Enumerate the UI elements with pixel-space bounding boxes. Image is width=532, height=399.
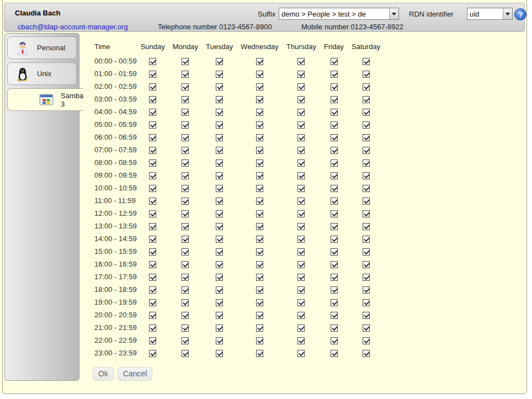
horizontal-scrollbar[interactable] [0,394,532,399]
logon-hour-checkbox[interactable] [363,274,370,281]
logon-hour-checkbox[interactable] [363,185,370,192]
logon-hour-checkbox[interactable] [363,58,370,65]
logon-hour-checkbox[interactable] [182,248,189,256]
logon-hour-checkbox[interactable] [256,159,263,167]
logon-hour-checkbox[interactable] [363,96,370,103]
logon-hour-checkbox[interactable] [216,210,223,217]
logon-hour-checkbox[interactable] [331,299,338,306]
logon-hour-checkbox[interactable] [182,223,189,230]
logon-hour-checkbox[interactable] [256,185,263,192]
logon-hour-checkbox[interactable] [216,299,223,306]
logon-hour-checkbox[interactable] [182,147,189,154]
logon-hour-checkbox[interactable] [297,147,305,154]
logon-hour-checkbox[interactable] [149,248,156,256]
logon-hour-checkbox[interactable] [149,147,156,154]
logon-hour-checkbox[interactable] [182,236,189,243]
logon-hour-checkbox[interactable] [297,337,305,344]
logon-hour-checkbox[interactable] [331,172,338,179]
logon-hour-checkbox[interactable] [216,58,223,65]
logon-hour-checkbox[interactable] [149,58,156,65]
logon-hour-checkbox[interactable] [149,274,156,281]
logon-hour-checkbox[interactable] [256,337,263,344]
logon-hour-checkbox[interactable] [216,159,223,167]
logon-hour-checkbox[interactable] [182,324,189,332]
logon-hour-checkbox[interactable] [363,109,370,116]
logon-hour-checkbox[interactable] [297,159,305,167]
logon-hour-checkbox[interactable] [256,58,263,65]
tab-samba3[interactable]: Samba 3 [7,88,83,111]
logon-hour-checkbox[interactable] [256,83,263,91]
logon-hour-checkbox[interactable] [256,172,263,179]
logon-hour-checkbox[interactable] [363,147,370,154]
logon-hour-checkbox[interactable] [216,134,223,141]
logon-hour-checkbox[interactable] [216,337,223,344]
logon-hour-checkbox[interactable] [331,248,338,256]
logon-hour-checkbox[interactable] [182,299,189,306]
logon-hour-checkbox[interactable] [331,274,338,281]
logon-hour-checkbox[interactable] [331,134,338,141]
suffix-select-dropdown-button[interactable] [389,8,398,19]
logon-hour-checkbox[interactable] [149,210,156,217]
logon-hour-checkbox[interactable] [331,236,338,243]
logon-hour-checkbox[interactable] [149,159,156,167]
logon-hour-checkbox[interactable] [149,121,156,129]
suffix-select[interactable]: demo > People > test > de [279,8,399,20]
logon-hour-checkbox[interactable] [182,121,189,129]
logon-hour-checkbox[interactable] [331,71,338,78]
logon-hour-checkbox[interactable] [182,312,189,319]
logon-hour-checkbox[interactable] [182,261,189,268]
logon-hour-checkbox[interactable] [297,172,305,179]
logon-hour-checkbox[interactable] [297,286,305,294]
logon-hour-checkbox[interactable] [149,350,156,357]
logon-hour-checkbox[interactable] [216,350,223,357]
logon-hour-checkbox[interactable] [216,198,223,205]
logon-hour-checkbox[interactable] [216,223,223,230]
logon-hour-checkbox[interactable] [216,83,223,91]
logon-hour-checkbox[interactable] [297,248,305,256]
logon-hour-checkbox[interactable] [216,96,223,103]
logon-hour-checkbox[interactable] [256,312,263,319]
logon-hour-checkbox[interactable] [297,96,305,103]
logon-hour-checkbox[interactable] [182,185,189,192]
logon-hour-checkbox[interactable] [297,185,305,192]
logon-hour-checkbox[interactable] [363,248,370,256]
logon-hour-checkbox[interactable] [256,248,263,256]
logon-hour-checkbox[interactable] [297,324,305,332]
tab-unix[interactable]: Unix [7,62,77,85]
logon-hour-checkbox[interactable] [363,223,370,230]
logon-hour-checkbox[interactable] [256,198,263,205]
logon-hour-checkbox[interactable] [182,350,189,357]
logon-hour-checkbox[interactable] [331,83,338,91]
logon-hour-checkbox[interactable] [256,261,263,268]
logon-hour-checkbox[interactable] [216,185,223,192]
logon-hour-checkbox[interactable] [256,286,263,294]
logon-hour-checkbox[interactable] [331,159,338,167]
logon-hour-checkbox[interactable] [216,248,223,256]
logon-hour-checkbox[interactable] [297,350,305,357]
logon-hour-checkbox[interactable] [182,134,189,141]
logon-hour-checkbox[interactable] [363,83,370,91]
logon-hour-checkbox[interactable] [331,261,338,268]
logon-hour-checkbox[interactable] [149,312,156,319]
ok-button[interactable]: Ok [93,367,114,381]
logon-hour-checkbox[interactable] [331,350,338,357]
logon-hour-checkbox[interactable] [182,96,189,103]
logon-hour-checkbox[interactable] [331,147,338,154]
logon-hour-checkbox[interactable] [182,210,189,217]
logon-hour-checkbox[interactable] [363,121,370,129]
logon-hour-checkbox[interactable] [216,109,223,116]
logon-hour-checkbox[interactable] [216,286,223,294]
logon-hour-checkbox[interactable] [363,312,370,319]
help-icon[interactable]: ? [514,8,526,20]
logon-hour-checkbox[interactable] [256,147,263,154]
logon-hour-checkbox[interactable] [297,210,305,217]
logon-hour-checkbox[interactable] [297,261,305,268]
rdn-identifier-select[interactable]: uid [467,8,513,20]
logon-hour-checkbox[interactable] [331,312,338,319]
logon-hour-checkbox[interactable] [363,337,370,344]
logon-hour-checkbox[interactable] [216,312,223,319]
logon-hour-checkbox[interactable] [149,236,156,243]
logon-hour-checkbox[interactable] [297,58,305,65]
logon-hour-checkbox[interactable] [216,172,223,179]
logon-hour-checkbox[interactable] [363,236,370,243]
